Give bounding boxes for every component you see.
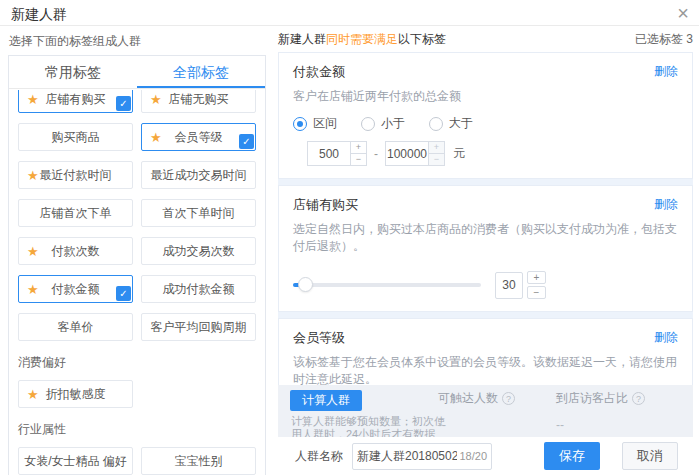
- page-title: 新建人群: [11, 6, 67, 24]
- tag-item[interactable]: 宝宝性别: [141, 447, 256, 475]
- star-icon: ★: [150, 92, 162, 107]
- slider-handle[interactable]: [298, 277, 313, 292]
- radio-group: 区间 小于 大于: [293, 115, 678, 132]
- minus-icon[interactable]: −: [429, 154, 444, 165]
- section-consume-preference: 消费偏好: [18, 354, 256, 371]
- tag-item[interactable]: 客单价: [18, 313, 133, 341]
- tag-item[interactable]: ★ 会员等级 ✓: [141, 123, 256, 151]
- radio-label: 区间: [313, 115, 337, 132]
- tag-grid-consume: ★ 折扣敏感度: [18, 380, 256, 408]
- days-input[interactable]: [495, 272, 523, 299]
- tag-item[interactable]: 成功付款金额: [141, 275, 256, 303]
- heading-suffix: 以下标签: [398, 32, 446, 46]
- radio-icon: [429, 117, 443, 131]
- tag-item[interactable]: 店铺首次下单: [18, 199, 133, 227]
- tag-label: 最近付款时间: [40, 167, 112, 184]
- dialog-header: 新建人群 ×: [0, 0, 699, 26]
- tag-item[interactable]: ★ 店铺无购买: [141, 90, 256, 113]
- tag-label: 客单价: [58, 319, 94, 336]
- card-title: 会员等级: [293, 329, 678, 347]
- stat-store-visit-ratio: 到店访客占比 ? --: [556, 390, 645, 432]
- plus-icon[interactable]: +: [351, 142, 366, 154]
- help-icon[interactable]: ?: [632, 392, 645, 405]
- tag-item[interactable]: 购买商品: [18, 123, 133, 151]
- radio-less-than[interactable]: 小于: [361, 115, 405, 132]
- tag-item[interactable]: ★ 付款次数: [18, 237, 133, 265]
- days-slider-row: + −: [293, 271, 678, 299]
- left-panel-heading: 选择下面的标签组成人群: [9, 33, 141, 50]
- star-icon: ★: [27, 244, 39, 259]
- selected-tags-area: 付款金额 删除 客户在店铺近两年付款的总金额 区间 小于 大于: [278, 52, 693, 385]
- help-icon[interactable]: ?: [502, 392, 515, 405]
- minus-icon[interactable]: −: [527, 286, 546, 299]
- card-payment-amount: 付款金额 删除 客户在店铺近两年付款的总金额 区间 小于 大于: [278, 52, 693, 179]
- star-icon: ★: [27, 282, 39, 297]
- close-icon[interactable]: ×: [677, 1, 689, 25]
- char-counter: 18/20: [459, 450, 487, 462]
- tag-label: 折扣敏感度: [46, 386, 106, 403]
- card-description: 该标签基于您在会员体系中设置的会员等级。该数据延迟一天，请您使用时注意此延迟。: [293, 354, 678, 388]
- tag-label: 店铺有购买: [46, 91, 106, 108]
- tag-label: 成功交易次数: [163, 243, 235, 260]
- right-panel-heading: 已选标签 3 新建人群同时需要满足以下标签: [278, 31, 693, 48]
- radio-icon: [293, 117, 307, 131]
- range-min-input[interactable]: [307, 141, 351, 166]
- tag-tabs: 常用标签 全部标签: [9, 56, 265, 89]
- calc-panel: 计算人群 计算人群能够预知数量；初次使用人群时，24小时后才有数据 可触达人数 …: [278, 385, 693, 437]
- star-icon: ★: [27, 168, 39, 183]
- tag-label: 店铺首次下单: [40, 205, 112, 222]
- tag-item[interactable]: ★ 店铺有购买 ✓: [18, 90, 133, 113]
- tag-item[interactable]: ★ 折扣敏感度: [18, 380, 133, 408]
- tag-item[interactable]: ★ 最近付款时间: [18, 161, 133, 189]
- star-icon: ★: [150, 130, 162, 145]
- section-industry-attr: 行业属性: [18, 421, 256, 438]
- days-stepper[interactable]: + −: [527, 271, 546, 299]
- star-icon: ★: [27, 92, 39, 107]
- calculate-audience-button[interactable]: 计算人群: [290, 390, 362, 411]
- delete-link[interactable]: 删除: [654, 329, 678, 346]
- radio-range[interactable]: 区间: [293, 115, 337, 132]
- tag-item[interactable]: 客户平均回购周期: [141, 313, 256, 341]
- card-title: 付款金额: [293, 63, 678, 81]
- range-unit: 元: [453, 145, 465, 162]
- delete-link[interactable]: 删除: [654, 63, 678, 80]
- min-stepper[interactable]: + −: [351, 141, 367, 166]
- tag-list[interactable]: ★ 店铺有购买 ✓ ★ 店铺无购买 购买商品 ★ 会员等级 ✓ ★: [9, 90, 265, 475]
- tag-label: 付款金额: [52, 281, 100, 298]
- cancel-button[interactable]: 取消: [622, 442, 678, 470]
- card-description: 选定自然日内，购买过本店商品的消费者（购买以支付成功为准，包括支付后退款）。: [293, 221, 678, 255]
- tag-item[interactable]: 最近成功交易时间: [141, 161, 256, 189]
- check-badge-icon: ✓: [116, 286, 131, 301]
- plus-icon[interactable]: +: [527, 271, 546, 284]
- slider-track[interactable]: [293, 283, 481, 287]
- tag-grid-default: ★ 店铺有购买 ✓ ★ 店铺无购买 购买商品 ★ 会员等级 ✓ ★: [18, 90, 256, 341]
- plus-icon[interactable]: +: [429, 142, 444, 154]
- tag-picker-panel: 常用标签 全部标签 ★ 店铺有购买 ✓ ★ 店铺无购买 购买商品 ★: [8, 55, 266, 475]
- audience-name-label: 人群名称: [295, 448, 343, 465]
- heading-prefix: 新建人群: [278, 32, 326, 46]
- radio-icon: [361, 117, 375, 131]
- minus-icon[interactable]: −: [351, 154, 366, 165]
- stat-value: --: [438, 418, 515, 432]
- max-stepper[interactable]: + −: [429, 141, 445, 166]
- tag-label: 成功付款金额: [163, 281, 235, 298]
- tag-label: 客户平均回购周期: [151, 319, 247, 336]
- tab-all-tags[interactable]: 全部标签: [137, 56, 265, 88]
- range-max-input[interactable]: [385, 141, 429, 166]
- range-inputs: + − - + − 元: [307, 141, 678, 166]
- tag-grid-industry: 女装/女士精品 偏好 宝宝性别 宝宝年龄 所在地区气温: [18, 447, 256, 475]
- tag-label: 最近成功交易时间: [151, 167, 247, 184]
- tag-item[interactable]: 首次下单时间: [141, 199, 256, 227]
- radio-greater-than[interactable]: 大于: [429, 115, 473, 132]
- save-button[interactable]: 保存: [544, 442, 600, 470]
- tag-item[interactable]: 女装/女士精品 偏好: [18, 447, 133, 475]
- tab-common-tags[interactable]: 常用标签: [9, 56, 137, 88]
- tag-item[interactable]: 成功交易次数: [141, 237, 256, 265]
- audience-name-input[interactable]: [357, 449, 457, 463]
- tag-label: 宝宝性别: [175, 453, 223, 470]
- card-description: 客户在店铺近两年付款的总金额: [293, 88, 678, 105]
- delete-link[interactable]: 删除: [654, 196, 678, 213]
- tag-item[interactable]: ★ 付款金额 ✓: [18, 275, 133, 303]
- tag-label: 店铺无购买: [169, 91, 229, 108]
- radio-label: 小于: [381, 115, 405, 132]
